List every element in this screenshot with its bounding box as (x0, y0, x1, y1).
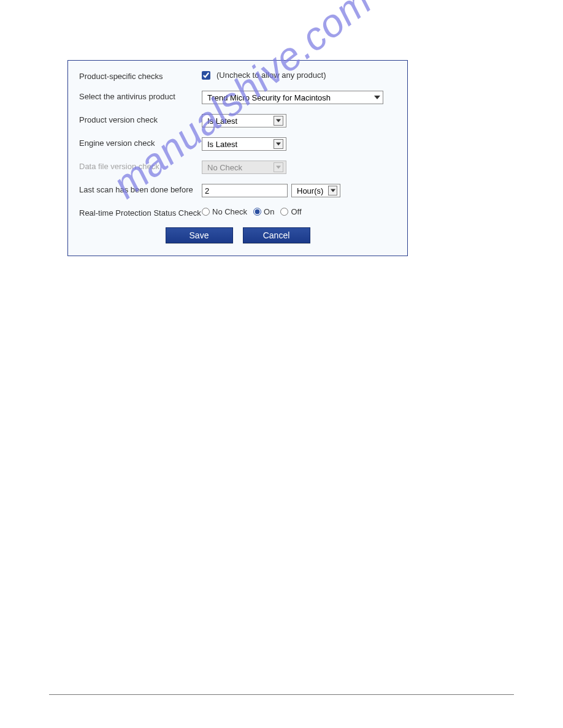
radio-on[interactable] (253, 208, 261, 216)
label-realtime: Real-time Protection Status Check (79, 207, 202, 218)
engine-version-select[interactable]: Is Latest (202, 137, 286, 151)
chevron-down-icon (374, 96, 380, 99)
last-scan-input[interactable] (202, 184, 288, 197)
product-version-value: Is Latest (205, 116, 271, 126)
radio-opt-on[interactable]: On (253, 207, 274, 216)
radio-opt-no-check[interactable]: No Check (202, 207, 247, 216)
footer-divider (49, 694, 514, 695)
label-data-file-version: Data file version check (79, 161, 202, 171)
radio-label-no-check: No Check (212, 207, 247, 216)
chevron-down-icon (274, 139, 283, 149)
last-scan-unit-select[interactable]: Hour(s) (291, 184, 340, 197)
label-engine-version: Engine version check (79, 137, 202, 148)
antivirus-product-value: Trend Micro Security for Macintosh (205, 93, 374, 102)
radio-label-on: On (264, 207, 274, 216)
radio-off[interactable] (280, 208, 288, 216)
row-product-version: Product version check Is Latest (79, 114, 396, 127)
svg-marker-4 (331, 189, 335, 192)
button-row: Save Cancel (79, 227, 396, 243)
radio-opt-off[interactable]: Off (280, 207, 301, 216)
antivirus-product-select[interactable]: Trend Micro Security for Macintosh (202, 91, 383, 104)
radio-no-check[interactable] (202, 208, 210, 216)
save-button-label: Save (190, 230, 209, 240)
svg-marker-3 (276, 166, 281, 169)
row-last-scan: Last scan has been done before Hour(s) (79, 184, 396, 197)
row-product-specific: Product-specific checks (Uncheck to allo… (79, 70, 396, 81)
chevron-down-icon (274, 162, 283, 172)
data-file-version-select: No Check (202, 161, 286, 174)
data-file-version-value: No Check (205, 163, 271, 172)
engine-version-value: Is Latest (205, 140, 271, 149)
product-specific-hint: (Uncheck to allow any product) (216, 70, 326, 80)
row-realtime: Real-time Protection Status Check No Che… (79, 207, 396, 218)
label-last-scan: Last scan has been done before (79, 184, 202, 194)
label-product-version: Product version check (79, 114, 202, 124)
cancel-button[interactable]: Cancel (243, 227, 310, 243)
row-select-product: Select the antivirus product Trend Micro… (79, 91, 396, 104)
chevron-down-icon (274, 116, 283, 126)
chevron-down-icon (328, 186, 337, 195)
svg-marker-2 (276, 143, 281, 146)
last-scan-unit-value: Hour(s) (294, 186, 326, 195)
cancel-button-label: Cancel (263, 230, 290, 240)
save-button[interactable]: Save (166, 227, 233, 243)
svg-marker-1 (276, 119, 281, 123)
row-data-file-version: Data file version check No Check (79, 161, 396, 174)
label-product-specific: Product-specific checks (79, 70, 202, 81)
svg-marker-0 (374, 96, 380, 99)
av-checks-panel: Product-specific checks (Uncheck to allo… (67, 60, 408, 256)
product-specific-checkbox[interactable] (202, 71, 210, 80)
radio-label-off: Off (291, 207, 301, 216)
label-select-product: Select the antivirus product (79, 91, 202, 101)
row-engine-version: Engine version check Is Latest (79, 137, 396, 151)
product-version-select[interactable]: Is Latest (202, 114, 286, 127)
